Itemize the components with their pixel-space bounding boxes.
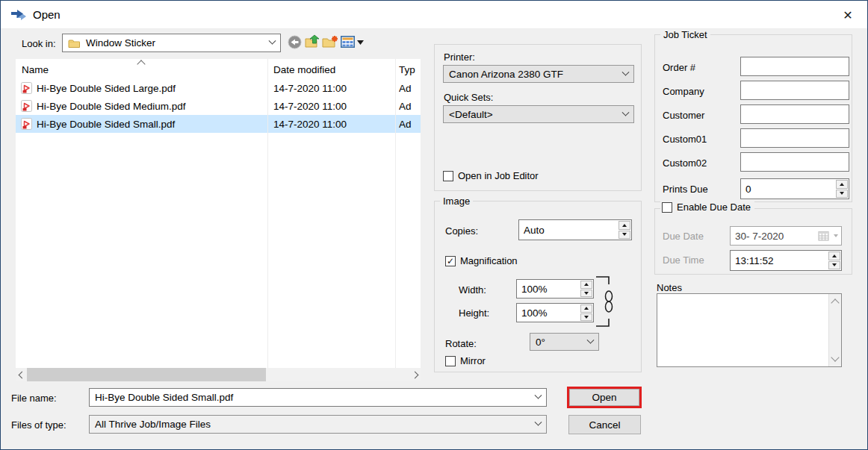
list-header: Name Date modified Typ [16, 59, 421, 79]
height-spinner[interactable] [580, 304, 593, 322]
chevron-down-icon [269, 37, 276, 45]
open-in-job-editor-label: Open in Job Editor [458, 170, 539, 181]
checkbox-icon [662, 202, 672, 213]
notes-textarea[interactable] [657, 293, 842, 367]
quick-sets-label: Quick Sets: [444, 92, 493, 103]
spin-up-icon[interactable] [580, 281, 592, 289]
enable-due-date-checkbox[interactable]: Enable Due Date [660, 201, 754, 213]
due-date-input[interactable]: 30- 7-2020 [730, 226, 842, 246]
back-icon[interactable] [288, 35, 302, 49]
rotate-value: 0° [536, 337, 545, 348]
company-label: Company [663, 86, 704, 97]
image-panel-title: Image [440, 196, 473, 207]
prints-due-input[interactable]: 0 [740, 178, 849, 199]
file-name: Hi-Bye Double Sided Medium.pdf [37, 101, 186, 112]
chevron-up-icon [831, 299, 839, 307]
file-row-selected[interactable]: Hi-Bye Double Sided Small.pdf 14-7-2020 … [16, 115, 421, 133]
column-header-name[interactable]: Name [22, 64, 49, 75]
open-dialog: Open ✕ Look in: Window Sticker [0, 0, 868, 450]
column-divider [267, 59, 268, 368]
pdf-file-icon [21, 100, 32, 112]
file-type: Ad [399, 119, 421, 130]
due-date-panel: Enable Due Date Due Date 30- 7-2020 Due … [654, 208, 852, 275]
prints-due-value: 0 [745, 184, 751, 195]
view-menu-icon[interactable] [341, 36, 355, 48]
look-in-combobox[interactable]: Window Sticker [62, 34, 281, 52]
customer-input[interactable] [740, 104, 849, 124]
spin-down-icon[interactable] [619, 231, 630, 240]
notes-scrollbar[interactable] [828, 294, 841, 366]
spin-up-icon[interactable] [580, 304, 592, 313]
close-icon: ✕ [843, 8, 852, 22]
checkbox-icon [443, 171, 453, 181]
spin-up-icon[interactable] [828, 251, 840, 260]
pdf-file-icon [21, 118, 32, 130]
file-name-combobox[interactable]: Hi-Bye Double Sided Small.pdf [89, 388, 547, 407]
company-input[interactable] [740, 81, 849, 100]
view-menu-dropdown-icon[interactable] [357, 40, 364, 45]
file-row[interactable]: Hi-Bye Double Sided Large.pdf 14-7-2020 … [16, 79, 421, 97]
prints-due-label: Prints Due [663, 184, 708, 195]
due-time-spinner[interactable] [828, 251, 841, 270]
spin-up-icon[interactable] [836, 180, 848, 189]
pdf-file-icon [21, 82, 32, 94]
file-type: Ad [399, 101, 421, 112]
spin-up-icon[interactable] [619, 221, 630, 230]
column-header-date-modified[interactable]: Date modified [273, 64, 335, 75]
copies-input[interactable]: Auto [518, 219, 632, 240]
files-of-type-combobox[interactable]: All Thrive Job/Image Files [89, 415, 547, 434]
rotate-combobox[interactable]: 0° [530, 333, 599, 351]
spin-down-icon[interactable] [828, 261, 840, 270]
custom02-input[interactable] [740, 152, 849, 172]
file-date: 14-7-2020 11:00 [273, 83, 399, 94]
scrollbar-thumb[interactable] [27, 368, 266, 381]
file-name-value: Hi-Bye Double Sided Small.pdf [95, 392, 233, 403]
new-folder-icon[interactable] [322, 34, 339, 49]
mirror-label: Mirror [460, 355, 486, 366]
open-in-job-editor-checkbox[interactable]: Open in Job Editor [443, 170, 539, 181]
scroll-right-button[interactable] [409, 368, 421, 381]
customer-label: Customer [663, 110, 704, 121]
column-header-type[interactable]: Typ [399, 64, 415, 75]
due-date-label: Due Date [663, 231, 704, 242]
horizontal-scrollbar[interactable] [16, 368, 421, 381]
chevron-down-icon [622, 68, 630, 75]
cancel-button[interactable]: Cancel [568, 415, 641, 434]
width-input[interactable]: 100% [516, 279, 594, 299]
order-label: Order # [663, 62, 695, 73]
quick-sets-combobox[interactable]: <Default> [443, 105, 634, 123]
open-button[interactable]: Open [569, 389, 639, 406]
file-name: Hi-Bye Double Sided Small.pdf [37, 119, 175, 130]
copies-spinner[interactable] [618, 220, 631, 240]
custom01-input[interactable] [740, 128, 849, 148]
chevron-right-icon [411, 371, 418, 378]
date-dropdown-icon [834, 234, 838, 237]
order-input[interactable] [740, 57, 849, 76]
close-button[interactable]: ✕ [828, 1, 867, 29]
notes-label: Notes [657, 282, 682, 293]
width-spinner[interactable] [580, 280, 593, 298]
spin-down-icon[interactable] [836, 190, 848, 199]
magnification-checkbox[interactable]: Magnification [445, 255, 518, 266]
mirror-checkbox[interactable]: Mirror [445, 355, 486, 366]
folder-icon [68, 38, 81, 49]
file-row[interactable]: Hi-Bye Double Sided Medium.pdf 14-7-2020… [16, 97, 421, 115]
spin-down-icon[interactable] [580, 290, 592, 298]
checkbox-icon [445, 356, 456, 366]
height-label: Height: [459, 307, 489, 319]
image-panel: Image Copies: Auto Magnification Width: … [434, 201, 642, 372]
open-button-highlight: Open [567, 387, 642, 408]
due-time-value: 13:11:52 [735, 255, 774, 266]
printer-label: Printer: [444, 51, 475, 63]
spin-down-icon[interactable] [580, 313, 592, 322]
scroll-left-button[interactable] [16, 368, 28, 381]
width-value: 100% [521, 284, 548, 295]
printer-combobox[interactable]: Canon Arizona 2380 GTF [443, 65, 634, 83]
due-time-input[interactable]: 13:11:52 [730, 250, 842, 271]
prints-due-spinner[interactable] [835, 179, 849, 199]
calendar-icon [818, 231, 829, 241]
quick-sets-value: <Default> [449, 109, 493, 120]
copies-label: Copies: [445, 225, 478, 237]
up-one-level-icon[interactable] [305, 34, 320, 49]
height-input[interactable]: 100% [516, 303, 594, 322]
